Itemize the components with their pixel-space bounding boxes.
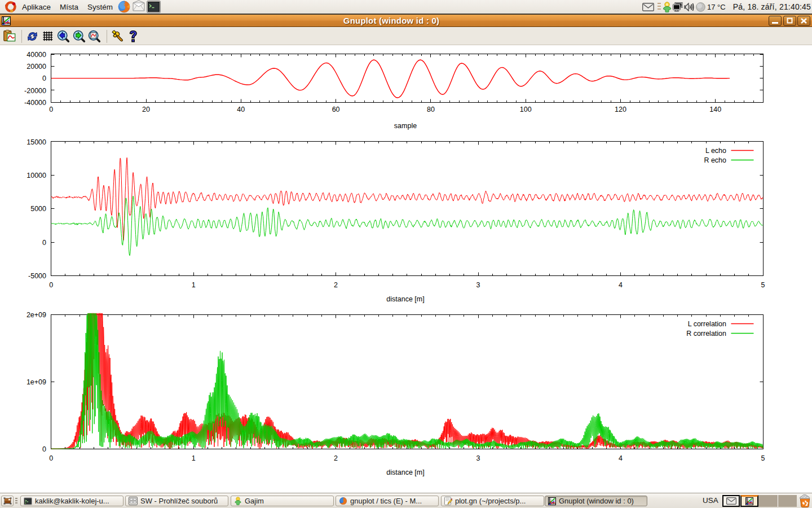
svg-text:100: 100 (520, 106, 532, 113)
svg-text:140: 140 (709, 106, 721, 113)
svg-text:20000: 20000 (27, 63, 46, 71)
svg-text:R correlation: R correlation (686, 330, 726, 338)
svg-text:120: 120 (615, 106, 626, 113)
svg-text:10000: 10000 (27, 172, 46, 179)
svg-text:1: 1 (192, 281, 196, 289)
svg-text:R echo: R echo (704, 156, 726, 164)
svg-text:4: 4 (619, 281, 623, 289)
svg-text:20: 20 (142, 106, 150, 113)
svg-text:0: 0 (49, 106, 53, 113)
svg-text:0: 0 (42, 75, 46, 82)
svg-text:sample: sample (394, 122, 417, 130)
svg-text:0: 0 (42, 239, 46, 247)
svg-text:2: 2 (334, 281, 338, 289)
svg-text:0: 0 (49, 454, 53, 462)
svg-text:3: 3 (476, 281, 480, 289)
svg-text:L echo: L echo (705, 147, 726, 155)
svg-text:distance [m]: distance [m] (386, 468, 424, 476)
svg-text:15000: 15000 (27, 138, 46, 146)
svg-text:60: 60 (332, 106, 340, 113)
svg-text:0: 0 (49, 281, 53, 289)
svg-text:-5000: -5000 (28, 272, 46, 280)
svg-text:2e+09: 2e+09 (27, 311, 46, 319)
svg-text:1e+09: 1e+09 (27, 378, 46, 386)
svg-text:40000: 40000 (27, 51, 46, 59)
svg-text:4: 4 (619, 454, 623, 462)
svg-text:0: 0 (42, 445, 46, 453)
svg-text:distance [m]: distance [m] (386, 295, 424, 303)
svg-text:80: 80 (427, 106, 435, 113)
svg-text:40: 40 (237, 106, 245, 113)
svg-text:5000: 5000 (30, 205, 46, 213)
svg-text:L correlation: L correlation (688, 320, 726, 328)
svg-text:2: 2 (334, 454, 338, 462)
svg-text:3: 3 (476, 454, 480, 462)
svg-text:-40000: -40000 (24, 99, 46, 107)
svg-text:-20000: -20000 (24, 87, 46, 95)
svg-text:5: 5 (761, 454, 765, 462)
svg-text:1: 1 (192, 454, 196, 462)
svg-text:5: 5 (761, 281, 765, 289)
